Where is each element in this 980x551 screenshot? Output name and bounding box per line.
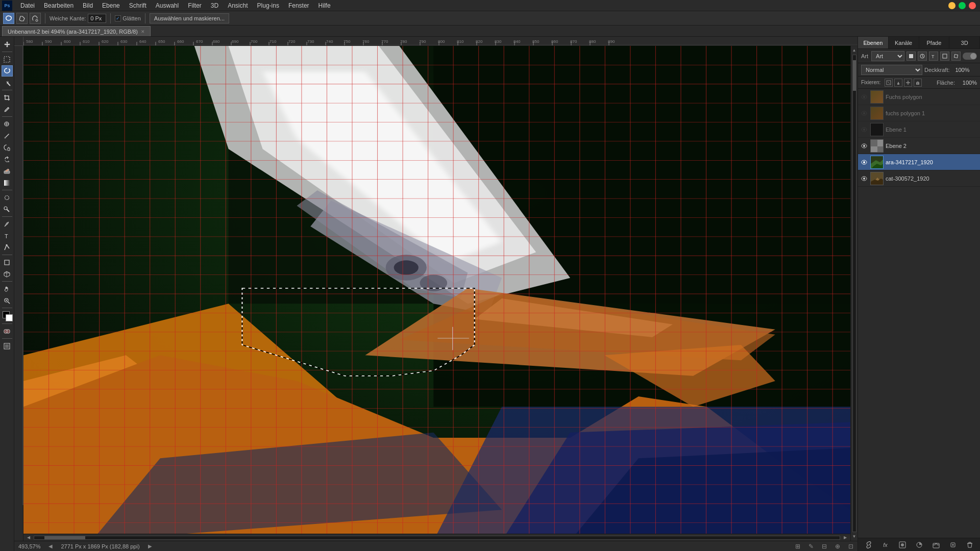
menu-3d[interactable]: 3D [207,1,223,10]
status-icon-4[interactable]: ⊕ [835,543,840,550]
canvas-image[interactable] [23,46,850,541]
tool-path-select[interactable] [2,242,13,253]
tab-close-btn[interactable]: ✕ [141,29,145,34]
layer-btn-link[interactable] [864,540,873,549]
document-tab[interactable]: Unbenannt-2 bei 494% (ara-3417217_1920, … [2,26,151,36]
status-icon-3[interactable]: ⊟ [822,543,827,550]
filter-icon-shape[interactable] [940,52,949,61]
tool-dodge[interactable] [2,204,13,215]
toolbar-tool-lasso[interactable] [3,13,14,24]
menu-fenster[interactable]: Fenster [284,1,313,10]
tool-crop[interactable] [2,92,13,103]
scroll-track-h[interactable] [34,536,840,540]
tool-shape[interactable] [2,257,13,268]
menu-schrift[interactable]: Schrift [125,1,151,10]
layer-btn-mask[interactable] [898,540,907,549]
tool-colors[interactable] [1,310,13,322]
panel-tab-pfade[interactable]: Pfade [919,37,950,48]
horizontal-scrollbar[interactable]: ◀ ▶ [23,534,850,541]
toolbar-smooth-checkbox[interactable]: ✓ Glätten [115,15,140,21]
lock-transparent-pixels[interactable] [885,79,893,87]
menu-ebene[interactable]: Ebene [98,1,124,10]
filter-icon-pixel[interactable] [906,52,916,61]
menu-hilfe[interactable]: Hilfe [314,1,335,10]
tool-eraser[interactable] [2,165,13,177]
scroll-thumb-h[interactable] [44,536,85,539]
scroll-right-btn[interactable]: ▶ [842,535,848,541]
canvas-wrapper[interactable]: ◀ ▶ ▲ ▼ [14,46,857,541]
lock-position[interactable] [904,79,912,87]
status-icon-5[interactable]: ⊡ [848,543,853,550]
tool-pen[interactable] [2,218,13,230]
panel-tab-3d[interactable]: 3D [949,37,980,48]
toolbar-feather-input[interactable] [88,14,106,23]
layer-item[interactable]: cat-300572_1920 [858,170,980,187]
tool-magic-wand[interactable] [2,77,13,88]
status-arrow-left[interactable]: ◀ [48,543,53,549]
layer-btn-fx[interactable]: fx [881,540,890,549]
layer-visibility-toggle[interactable] [860,142,868,150]
layer-item[interactable]: Fuchs polygon [858,89,980,105]
layer-btn-group[interactable] [932,540,941,549]
filter-select[interactable]: Art Name Effekt Modus Attribut Farbe [871,51,904,61]
toolbar-select-mask-btn[interactable]: Auswählen und maskieren... [150,13,229,23]
blend-mode-select[interactable]: Normal Auflösen Abdunkeln Multiplizieren… [861,65,922,75]
layer-btn-delete[interactable] [965,540,974,549]
tool-screen-mode[interactable] [2,340,13,352]
status-icon-1[interactable]: ⊞ [795,543,800,550]
tool-brush[interactable] [2,130,13,141]
menu-datei[interactable]: Datei [16,1,39,10]
tool-healing[interactable] [2,118,13,130]
tool-zoom[interactable] [2,295,13,306]
filter-toggle[interactable] [963,53,977,60]
layer-visibility-toggle[interactable] [860,109,868,117]
tool-hand[interactable] [2,283,13,294]
tool-3d[interactable] [2,268,13,280]
panel-tab-ebenen[interactable]: Ebenen [858,37,889,48]
layer-visibility-toggle[interactable] [860,126,868,134]
tool-text[interactable]: T [2,230,13,241]
opacity-value[interactable]: 100% [952,67,970,73]
layer-btn-new[interactable] [948,540,958,549]
window-minimize[interactable] [948,2,955,9]
scroll-left-btn[interactable]: ◀ [26,535,32,541]
layer-item[interactable]: ara-3417217_1920 [858,154,980,170]
menu-bearbeiten[interactable]: Bearbeiten [40,1,78,10]
tool-rect-select[interactable] [2,54,13,65]
tool-clone-stamp[interactable] [2,142,13,153]
layer-visibility-toggle[interactable] [860,93,868,101]
lock-all[interactable] [914,79,922,87]
toolbar-tool-polygon-lasso[interactable] [16,13,28,24]
filter-icon-text[interactable]: T [929,52,938,61]
menu-plugins[interactable]: Plug-ins [253,1,283,10]
layer-visibility-toggle[interactable] [860,174,868,183]
tool-eyedropper[interactable] [2,104,13,115]
tool-move[interactable] [2,39,13,50]
filter-icon-adjustment[interactable] [918,52,927,61]
menu-filter[interactable]: Filter [184,1,206,10]
layer-btn-adjustment[interactable] [915,540,924,549]
panel-tab-kanaele[interactable]: Kanäle [889,37,919,48]
menu-auswahl[interactable]: Auswahl [152,1,183,10]
scroll-thumb-v[interactable] [853,60,856,91]
fill-value[interactable]: 100% [959,80,977,86]
tool-lasso[interactable] [2,65,13,77]
menu-ansicht[interactable]: Ansicht [224,1,252,10]
menu-bild[interactable]: Bild [79,1,97,10]
window-maximize[interactable] [959,2,966,9]
layer-item[interactable]: Ebene 1 [858,121,980,138]
tool-quick-mask[interactable] [2,325,13,337]
tool-blur[interactable] [2,192,13,203]
window-close[interactable] [969,2,976,9]
filter-icon-smartobj[interactable] [951,52,961,61]
scroll-track-v[interactable] [852,55,856,532]
layer-item[interactable]: Ebene 2 [858,138,980,154]
layer-visibility-toggle[interactable] [860,158,868,166]
tool-gradient[interactable] [2,177,13,188]
status-arrow-right[interactable]: ▶ [148,543,152,549]
canvas-document[interactable]: ◀ ▶ [23,46,850,541]
scroll-down-btn[interactable]: ▼ [852,534,856,539]
tool-history-brush[interactable] [2,154,13,165]
lock-image-pixels[interactable] [894,79,902,87]
toolbar-tool-magnetic-lasso[interactable] [30,13,41,24]
